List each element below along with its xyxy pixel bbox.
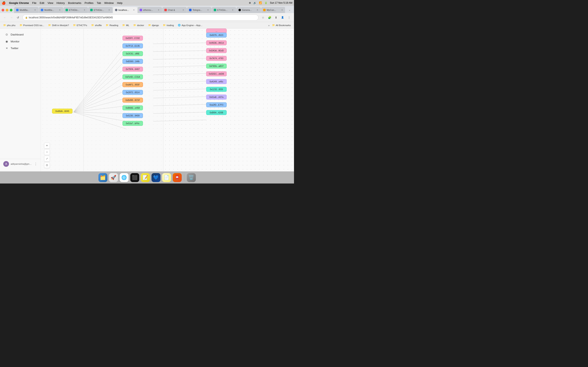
menubar-profiles[interactable]: Profiles <box>85 1 93 4</box>
forward-button[interactable]: → <box>9 15 14 20</box>
node-m0[interactable]: 0x0DFf...CC82 <box>122 36 143 41</box>
bm-phu-phu[interactable]: 📁 phu phu <box>2 23 17 27</box>
node-r1[interactable]: 0x95DE...86Cd <box>206 40 227 45</box>
minimize-button[interactable] <box>6 9 8 11</box>
control-center-icon[interactable]: ⊛ <box>249 1 251 4</box>
zoom-in-button[interactable]: + <box>44 143 50 149</box>
bm-django[interactable]: 📁 django <box>147 23 161 27</box>
tab-multib1[interactable]: MultiBa... ✕ <box>14 7 39 13</box>
bm-shuffle[interactable]: 📁 shuffle <box>90 23 104 27</box>
tab-ethg2[interactable]: ETHGlo... ✕ <box>88 7 113 13</box>
node-r0[interactable]: 0x6076...4523 <box>206 33 227 38</box>
extensions-button[interactable]: 🧩 <box>267 15 272 20</box>
reload-button[interactable]: ↺ <box>15 15 21 20</box>
node-r3[interactable]: 0x7A74...4783 <box>206 56 227 61</box>
menu-button[interactable]: ⋮ <box>286 15 292 20</box>
node-m11[interactable]: 0x52a7...bF6c <box>122 121 143 126</box>
tab-close-multib2[interactable]: ✕ <box>58 8 61 11</box>
node-r7[interactable]: 0x1232...8f26 <box>206 87 227 92</box>
tab-close-github[interactable]: ✕ <box>256 8 259 11</box>
bm-trading[interactable]: 📁 trading <box>161 23 175 27</box>
sidebar-user[interactable]: A adityanrsinha@gmail.com ⋮ <box>0 159 41 169</box>
close-button[interactable] <box>2 9 4 11</box>
sidebar-item-monitor[interactable]: ◉ Monitor <box>2 38 39 45</box>
bm-app-engine[interactable]: 🌐 App Engine – App... <box>176 23 204 27</box>
node-m9[interactable]: 0xB60E...e458 <box>122 105 143 110</box>
tab-close-ethg2[interactable]: ✕ <box>108 8 111 11</box>
sidebar-item-twitter[interactable]: ✕ Twitter <box>2 45 39 51</box>
wifi-icon[interactable]: 📶 <box>259 1 262 4</box>
node-m10[interactable]: 0x5230...9409 <box>122 113 143 118</box>
bm-chevron[interactable]: » <box>268 24 270 27</box>
node-m1[interactable]: 0x7F13...E135 <box>122 43 143 48</box>
tab-search-button[interactable]: ⌄ <box>287 7 292 13</box>
back-button[interactable]: ← <box>2 15 8 20</box>
tab-close-local[interactable]: ✕ <box>132 8 135 11</box>
menubar-view[interactable]: View <box>48 1 53 4</box>
node-r9[interactable]: 0xa2fD...E7F3 <box>206 102 227 107</box>
volume-icon[interactable]: 🔊 <box>253 1 256 4</box>
zoom-out-button[interactable]: − <box>44 149 50 155</box>
node-m3[interactable]: 0xB360...1Afb <box>122 59 143 64</box>
tab-close-mycon[interactable]: ✕ <box>281 8 284 11</box>
user-more-icon[interactable]: ⋮ <box>34 162 37 166</box>
node-source[interactable]: 0xd8dA...6045 <box>52 109 72 114</box>
bm-ethctfs[interactable]: 📁 ETHCTFs <box>71 23 89 27</box>
dock-finder[interactable]: 🗂️ <box>98 173 107 182</box>
menubar-window[interactable]: Window <box>104 1 114 4</box>
dock-vscode[interactable]: 💙 <box>151 173 160 182</box>
dock-postman[interactable]: 📮 <box>173 173 182 182</box>
star-button[interactable]: ☆ <box>260 15 266 20</box>
tab-ethg1[interactable]: ETHGlo... ✕ <box>63 7 88 13</box>
bm-promised-oss[interactable]: 📁 Promised OSS iss... <box>18 23 46 27</box>
menubar-edit[interactable]: Edit <box>40 1 44 4</box>
tab-close-ethg3[interactable]: ✕ <box>231 8 234 11</box>
apple-menu[interactable]: 🍎 <box>2 1 6 5</box>
node-m6[interactable]: 0xdAF1...955F <box>122 82 143 87</box>
node-m4[interactable]: 0x75FA...6467 <box>122 67 143 72</box>
tab-chat[interactable]: Chat & ✕ <box>162 7 187 13</box>
maximize-button[interactable] <box>10 9 12 11</box>
dock-trash[interactable]: 🗑️ <box>187 173 196 182</box>
node-r8[interactable]: 0x61aE...A37a <box>206 95 227 100</box>
node-r6[interactable]: 0xA349...a46c <box>206 79 227 84</box>
tab-mycon[interactable]: MyCon... ✕ <box>261 7 285 13</box>
dock-chrome[interactable]: 🌐 <box>120 173 129 182</box>
tab-github[interactable]: Genera... ✕ <box>236 7 261 13</box>
sidebar-item-dashboard[interactable]: ⊙ Dashboard <box>2 31 39 38</box>
tab-ethg3[interactable]: ETHGlo... ✕ <box>212 7 236 13</box>
battery-icon[interactable]: 🔋 <box>264 1 268 4</box>
tab-close-telegram[interactable]: ✕ <box>207 8 209 11</box>
menubar-file[interactable]: File <box>32 1 36 4</box>
tab-multib2[interactable]: MultiBa... ✕ <box>39 7 63 13</box>
dock-stickies[interactable]: 📝 <box>141 173 150 182</box>
menubar-help[interactable]: Help <box>117 1 122 4</box>
menubar-history[interactable]: History <box>57 1 65 4</box>
dock-launchpad[interactable]: 🚀 <box>109 173 118 182</box>
bm-ml[interactable]: 📁 ML <box>121 23 131 27</box>
tab-close-ethg1[interactable]: ✕ <box>83 8 86 11</box>
zoom-fit-button[interactable]: ⤢ <box>44 156 50 161</box>
tab-close-multib1[interactable]: ✕ <box>34 8 36 11</box>
tab-close-ethere[interactable]: ✕ <box>157 8 160 11</box>
node-m2[interactable]: 0x3C61...df8E <box>122 51 143 56</box>
bm-shift-lifestyle[interactable]: 📁 Shift in lifestyle? <box>47 23 70 27</box>
tab-close-chat[interactable]: ✕ <box>182 8 185 11</box>
profile-button[interactable]: 👤 <box>280 15 285 20</box>
tab-telegram[interactable]: Telegra... ✕ <box>187 7 212 13</box>
node-r2[interactable]: 0xDA3d...8EdD <box>206 48 227 53</box>
bm-docker[interactable]: 📁 docker <box>132 23 146 27</box>
dock-notes[interactable]: 📄 <box>162 173 171 182</box>
bm-all-bookmarks[interactable]: 📁 All Bookmarks <box>270 23 293 27</box>
zoom-reset-button[interactable]: ⊡ <box>44 162 50 168</box>
bm-reading[interactable]: 📁 Reading <box>104 23 120 27</box>
node-r4[interactable]: 0xF9Db...aB37 <box>206 64 227 68</box>
node-m7[interactable]: 0x2872...6514 <box>122 90 143 95</box>
node-m8[interactable]: 0xBd9B...8C5F <box>122 98 143 103</box>
node-m5[interactable]: 0xFe4D...C31A <box>122 75 143 79</box>
url-field[interactable]: 🔒 localhost:3000/search/0xd8dA6BF26964aF… <box>22 15 259 21</box>
node-r10[interactable]: 0xBf94...420B <box>206 110 227 115</box>
download-button[interactable]: ⬇ <box>273 15 279 20</box>
menubar-chrome[interactable]: Google Chrome <box>9 1 29 4</box>
dock-topnotch[interactable]: ⬛ <box>130 173 139 182</box>
